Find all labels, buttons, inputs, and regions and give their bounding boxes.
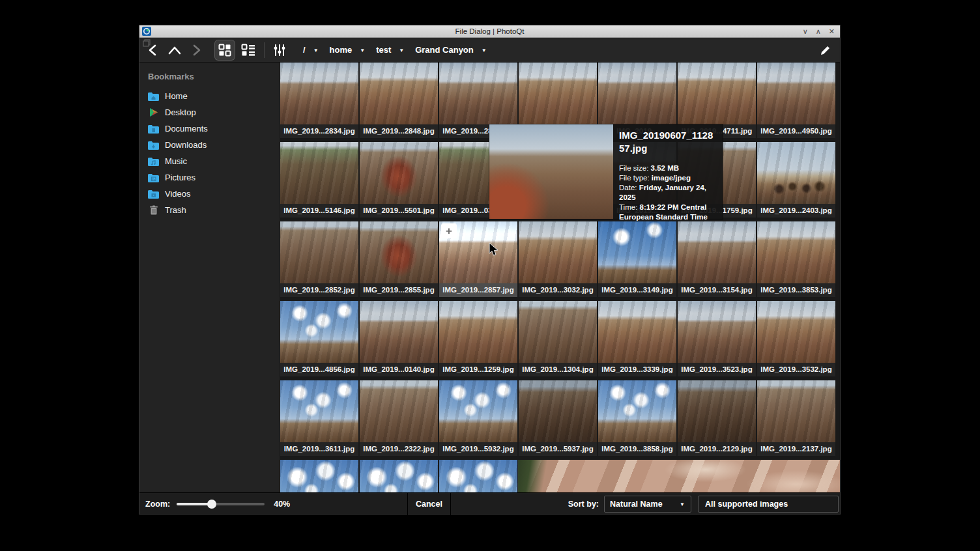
file-thumbnail[interactable] <box>757 221 835 283</box>
file-thumbnail[interactable] <box>280 380 358 442</box>
breadcrumb-dropdown-icon[interactable]: ▼ <box>358 46 369 53</box>
file-thumbnail[interactable] <box>280 301 358 363</box>
file-item[interactable]: IMG_2019...1304.jpg <box>518 301 598 380</box>
file-thumbnail[interactable] <box>598 221 676 283</box>
file-thumbnail[interactable] <box>360 380 438 442</box>
title-bar[interactable]: File Dialog | PhotoQt ∨ ∧ ✕ <box>139 25 840 38</box>
forward-button[interactable] <box>188 41 206 59</box>
file-thumbnail[interactable] <box>757 380 835 442</box>
file-item[interactable]: IMG_2019...2322.jpg <box>359 380 439 460</box>
list-view-button[interactable] <box>238 40 258 60</box>
file-item[interactable]: IMG_2019...2852.jpg <box>280 221 359 301</box>
file-item[interactable]: IMG_2019...3154.jpg <box>677 221 757 301</box>
file-thumbnail[interactable] <box>280 221 358 283</box>
file-thumbnail[interactable] <box>439 301 517 363</box>
bookmark-item-desktop[interactable]: Desktop <box>139 104 280 120</box>
file-item[interactable]: IMG_2019...3611.jpg <box>280 380 359 460</box>
file-item[interactable]: IMG_2019...2855.jpg <box>359 221 439 301</box>
file-thumbnail[interactable] <box>519 221 597 283</box>
file-type-filter[interactable]: All supported images <box>698 496 839 513</box>
bookmark-item-documents[interactable]: Documents <box>139 120 280 137</box>
file-item[interactable]: IMG_2019...2834.jpg <box>280 63 359 142</box>
bookmark-item-pictures[interactable]: Pictures <box>139 169 280 186</box>
file-thumbnail[interactable] <box>280 63 358 124</box>
close-button[interactable]: ✕ <box>829 28 835 35</box>
breadcrumb-dropdown-icon[interactable]: ▼ <box>480 46 491 53</box>
file-item[interactable]: IMG_2019...0140.jpg <box>359 301 439 380</box>
bookmark-item-downloads[interactable]: Downloads <box>139 137 280 153</box>
file-thumbnail[interactable] <box>598 301 676 363</box>
file-thumbnail[interactable] <box>360 460 438 492</box>
file-thumbnail[interactable] <box>360 301 438 363</box>
cancel-button[interactable]: Cancel <box>408 500 450 509</box>
bottom-bar: Zoom: 40% Cancel Sort by: Natural Name ▼… <box>139 492 840 515</box>
file-item[interactable] <box>280 460 359 492</box>
file-item[interactable]: IMG_2019...5937.jpg <box>518 380 598 460</box>
file-item[interactable]: IMG_2019...1259.jpg <box>439 301 518 380</box>
file-thumbnail[interactable] <box>678 380 756 442</box>
maximize-button[interactable]: ∧ <box>816 28 821 35</box>
file-thumbnail[interactable] <box>439 63 517 124</box>
breadcrumb-segment-2[interactable]: test <box>372 42 395 57</box>
file-item[interactable]: IMG_2019...3149.jpg <box>598 221 677 301</box>
file-item[interactable]: +IMG_2019...2857.jpg <box>439 221 518 301</box>
file-item[interactable]: IMG_2019...5146.jpg <box>280 142 359 221</box>
file-item[interactable]: IMG_2019...3853.jpg <box>757 221 836 301</box>
file-item[interactable]: IMG_2019...3339.jpg <box>598 301 677 380</box>
file-thumbnail[interactable] <box>519 63 597 124</box>
sort-dropdown[interactable]: Natural Name ▼ <box>604 496 691 513</box>
file-item[interactable]: IMG_2019...2848.jpg <box>359 63 439 142</box>
file-item[interactable]: IMG_2019...3032.jpg <box>518 221 598 301</box>
breadcrumb-dropdown-icon[interactable]: ▼ <box>312 46 323 53</box>
minimize-button[interactable]: ∨ <box>803 28 808 35</box>
file-item[interactable] <box>439 460 518 492</box>
bookmark-item-music[interactable]: Music <box>139 153 280 169</box>
file-thumbnail[interactable] <box>598 63 676 124</box>
bookmark-item-trash[interactable]: Trash <box>139 202 280 218</box>
file-thumbnail[interactable] <box>598 380 676 442</box>
file-item[interactable]: IMG_2019...2403.jpg <box>757 142 836 221</box>
edit-pencil-button[interactable] <box>816 42 833 59</box>
tooltip-details: File size: 3.52 MBFile type: image/jpegD… <box>619 163 717 223</box>
file-item[interactable]: IMG_2019...4950.jpg <box>757 63 836 142</box>
zoom-slider-handle[interactable] <box>207 500 216 509</box>
file-thumbnail[interactable] <box>678 63 756 124</box>
file-thumbnail[interactable] <box>519 301 597 363</box>
add-selection-button[interactable]: + <box>441 223 457 238</box>
breadcrumb-segment-1[interactable]: home <box>326 42 356 57</box>
file-item[interactable]: IMG_2019...2137.jpg <box>757 380 836 460</box>
file-thumbnail[interactable] <box>280 142 358 204</box>
detach-dialog-icon[interactable] <box>143 39 151 47</box>
file-thumbnail[interactable] <box>360 142 438 204</box>
file-thumbnail[interactable] <box>678 301 756 363</box>
file-thumbnail[interactable] <box>519 380 597 442</box>
grid-view-button[interactable] <box>215 40 235 60</box>
file-thumbnail[interactable] <box>360 63 438 124</box>
file-item[interactable]: IMG_2019...3858.jpg <box>598 380 677 460</box>
file-thumbnail[interactable] <box>280 460 358 492</box>
file-thumbnail[interactable]: + <box>439 221 517 283</box>
bookmark-item-videos[interactable]: Videos <box>139 186 280 202</box>
breadcrumb-segment-0[interactable]: / <box>299 42 310 57</box>
file-item[interactable]: IMG_2019...4856.jpg <box>280 301 359 380</box>
zoom-slider[interactable] <box>177 500 265 509</box>
file-thumbnail[interactable] <box>439 380 517 442</box>
file-item[interactable]: IMG_2019...3523.jpg <box>677 301 757 380</box>
file-thumbnail[interactable] <box>757 63 835 124</box>
breadcrumb-segment-3[interactable]: Grand Canyon <box>411 42 478 57</box>
file-item[interactable]: IMG_2019...5501.jpg <box>359 142 439 221</box>
file-item[interactable]: IMG_2019...3532.jpg <box>757 301 836 380</box>
file-thumbnail[interactable] <box>757 301 835 363</box>
bookmark-label: Trash <box>165 205 186 215</box>
file-item[interactable]: IMG_2019...2129.jpg <box>677 380 757 460</box>
up-button[interactable] <box>166 41 184 59</box>
file-item[interactable]: IMG_2019...5932.jpg <box>439 380 518 460</box>
file-thumbnail[interactable] <box>678 221 756 283</box>
bookmark-item-home[interactable]: Home <box>139 88 280 104</box>
file-thumbnail[interactable] <box>360 221 438 283</box>
file-item[interactable] <box>359 460 439 492</box>
file-thumbnail[interactable] <box>439 460 517 492</box>
filter-sliders-button[interactable] <box>270 41 289 59</box>
file-thumbnail[interactable] <box>757 142 835 204</box>
breadcrumb-dropdown-icon[interactable]: ▼ <box>397 46 409 53</box>
